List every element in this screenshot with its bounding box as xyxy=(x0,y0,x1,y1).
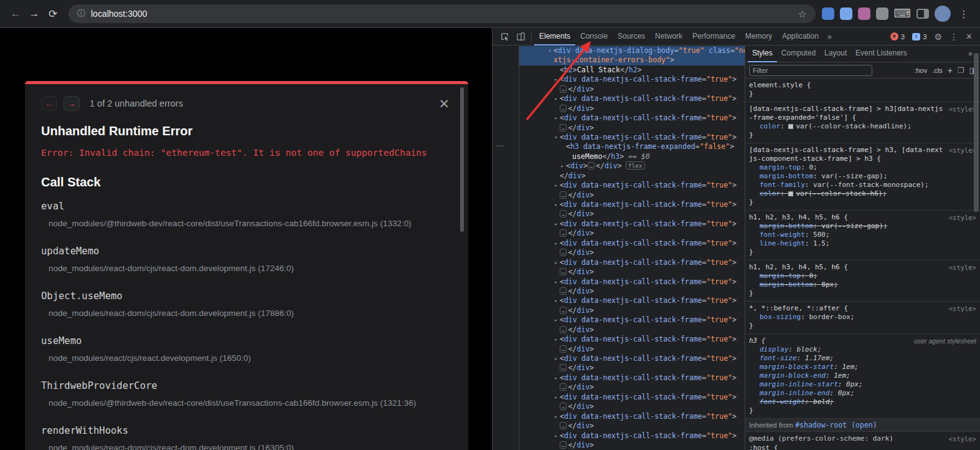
tab-memory[interactable]: Memory xyxy=(740,28,777,45)
rule-selector[interactable]: *, *::before, *::after { xyxy=(749,304,976,313)
close-overlay-button[interactable]: ✕ xyxy=(438,97,450,110)
rule-selector[interactable]: element.style { xyxy=(749,81,976,90)
stack-frame[interactable]: ThirdwebProviderCorenode_modules/@thirdw… xyxy=(41,380,450,409)
dom-node-f_cont[interactable]: …</div> xyxy=(519,104,745,113)
tab-application[interactable]: Application xyxy=(777,28,824,45)
dom-node-f_cont[interactable]: …</div> xyxy=(519,267,745,277)
dom-node-f_open[interactable]: ▸<div data-nextjs-call-stack-frame="true… xyxy=(519,354,745,363)
expand-arrow-closed-icon[interactable]: ▸ xyxy=(553,94,559,103)
inline-expand-button[interactable]: … xyxy=(560,229,567,237)
expand-arrow-closed-icon[interactable]: ▸ xyxy=(553,335,559,344)
inline-expand-button[interactable]: … xyxy=(560,191,567,199)
dom-node-f_cont[interactable]: …</div> xyxy=(519,363,745,373)
css-property[interactable]: font-family: var(--font-stack-monospace)… xyxy=(749,181,976,189)
devtools-menu-button[interactable]: ⋮ xyxy=(946,32,962,42)
expand-arrow-closed-icon[interactable]: ▸ xyxy=(553,412,559,421)
dom-node-f_open[interactable]: ▸<div data-nextjs-call-stack-frame="true… xyxy=(519,431,745,441)
expand-arrow-closed-icon[interactable]: ▸ xyxy=(553,239,559,248)
tab-console[interactable]: Console xyxy=(575,28,613,45)
dom-node-f_cont[interactable]: …</div> xyxy=(519,85,745,94)
css-property[interactable]: font-size: 1.17em; xyxy=(749,354,976,363)
inline-expand-button[interactable]: … xyxy=(588,162,595,170)
dom-node-f_open[interactable]: ▸<div data-nextjs-call-stack-frame="true… xyxy=(519,393,745,402)
dom-node-f_open[interactable]: ▸<div data-nextjs-call-stack-frame="true… xyxy=(519,335,745,344)
expand-arrow-open-icon[interactable]: ▾ xyxy=(547,46,553,55)
extension-icon-3[interactable] xyxy=(858,7,870,20)
dom-node-f_open[interactable]: ▸<div data-nextjs-call-stack-frame="true… xyxy=(519,239,745,248)
device-toolbar-button[interactable] xyxy=(512,29,529,45)
reload-button[interactable]: ⟳ xyxy=(44,4,62,23)
overlay-scrollbar[interactable] xyxy=(460,87,464,232)
dom-node-f_open[interactable]: ▸<div data-nextjs-call-stack-frame="true… xyxy=(519,277,745,287)
expand-arrow-closed-icon[interactable]: ▸ xyxy=(553,277,559,287)
extension-icon-1[interactable] xyxy=(822,7,834,20)
expand-arrow-closed-icon[interactable]: ▸ xyxy=(553,354,559,363)
stack-frame[interactable]: useMemonode_modules/react/cjs/react.deve… xyxy=(41,335,450,364)
sidebar-tab-styles[interactable]: Styles xyxy=(748,45,777,62)
element-classes-button[interactable]: .cls xyxy=(932,67,943,74)
rule-selector[interactable]: [data-nextjs-call-stack-frame] > h3[data… xyxy=(749,105,976,122)
tab-elements[interactable]: Elements xyxy=(534,28,575,45)
dom-node-f_open[interactable]: ▸<div data-nextjs-call-stack-frame="true… xyxy=(519,373,745,383)
dom-node-f_cont[interactable]: …</div> xyxy=(519,229,745,238)
dom-node-f_open[interactable]: ▸<div data-nextjs-call-stack-frame="true… xyxy=(519,75,745,84)
expand-arrow-closed-icon[interactable]: ▸ xyxy=(553,431,559,441)
dom-node-f_open[interactable]: ▸<div data-nextjs-call-stack-frame="true… xyxy=(519,219,745,229)
inline-expand-button[interactable]: … xyxy=(560,249,567,256)
css-property[interactable]: font-weight: 500; xyxy=(749,231,976,239)
inline-expand-button[interactable]: … xyxy=(560,383,567,391)
inline-expand-button[interactable]: … xyxy=(560,422,567,429)
dom-node-f_cont[interactable]: …</div> xyxy=(519,191,745,200)
tab-network[interactable]: Network xyxy=(650,28,687,45)
flex-badge[interactable]: flex xyxy=(626,161,645,170)
dom-node-sel_open_2[interactable]: xtjs-container-errors-body"> xyxy=(519,55,745,65)
inline-expand-button[interactable]: … xyxy=(560,268,567,275)
inline-expand-button[interactable]: … xyxy=(560,210,567,218)
shadow-root-link[interactable]: #shadow-root (open) xyxy=(795,421,877,429)
css-property[interactable]: margin-inline-start: 0px; xyxy=(749,380,976,389)
css-property[interactable]: color: var(--color-stack-h6); xyxy=(749,189,976,198)
inline-expand-button[interactable]: … xyxy=(560,124,567,132)
dom-node-h3_open[interactable]: <h3 data-nextjs-frame-expanded="false"> xyxy=(519,142,745,151)
expand-arrow-closed-icon[interactable]: ▸ xyxy=(553,113,559,123)
dom-node-f_open[interactable]: ▸<div data-nextjs-call-stack-frame="true… xyxy=(519,412,745,421)
inline-expand-button[interactable]: … xyxy=(560,345,567,353)
styles-filter-input[interactable] xyxy=(749,65,872,76)
color-swatch[interactable] xyxy=(788,191,793,196)
dom-node-f_cont[interactable]: …</div> xyxy=(519,248,745,257)
inspect-element-button[interactable] xyxy=(496,29,512,45)
sidebar-tab-layout[interactable]: Layout xyxy=(820,45,851,62)
expand-arrow-closed-icon[interactable]: ▸ xyxy=(559,161,565,171)
devtools-settings-button[interactable]: ⚙ xyxy=(931,32,946,42)
css-property[interactable]: box-sizing: border-box; xyxy=(749,313,976,322)
inline-expand-button[interactable]: … xyxy=(560,287,567,295)
tab-performance[interactable]: Performance xyxy=(687,28,740,45)
back-button[interactable]: ← xyxy=(6,4,25,23)
rule-selector[interactable]: :host { xyxy=(749,444,976,450)
rule-origin[interactable]: <style> xyxy=(949,263,976,272)
css-property[interactable]: margin-top: 0; xyxy=(749,163,976,172)
inline-expand-button[interactable]: … xyxy=(560,403,567,410)
dom-node-f_cont[interactable]: …</div> xyxy=(519,421,745,431)
expand-arrow-closed-icon[interactable]: ▸ xyxy=(553,200,559,209)
copy-styles-icon[interactable]: ❐ xyxy=(958,66,964,75)
expand-arrow-closed-icon[interactable]: ▸ xyxy=(553,373,559,383)
stack-frame[interactable]: updateMemonode_modules/react-dom/cjs/rea… xyxy=(41,245,450,274)
css-property[interactable]: margin-block-start: 1em; xyxy=(749,363,976,371)
dom-node-f_open_exp[interactable]: ▾<div data-nextjs-call-stack-frame="true… xyxy=(519,133,745,142)
dom-node-f_open[interactable]: ▸<div data-nextjs-call-stack-frame="true… xyxy=(519,296,745,305)
new-style-rule-button[interactable]: + xyxy=(948,65,953,75)
dom-node-inner_div[interactable]: ▸<div>…</div>flex xyxy=(519,161,745,171)
stack-frame[interactable]: Object.useMemonode_modules/react-dom/cjs… xyxy=(41,290,450,319)
expand-arrow-closed-icon[interactable]: ▸ xyxy=(553,75,559,84)
expand-arrow-closed-icon[interactable]: ▸ xyxy=(553,258,559,267)
css-property[interactable]: margin-block-end: 1em; xyxy=(749,371,976,380)
element-state-button[interactable]: :hov xyxy=(914,67,927,74)
next-error-button[interactable]: → xyxy=(64,96,80,111)
sidebar-tab-computed[interactable]: Computed xyxy=(777,45,820,62)
site-info-icon[interactable]: ⓘ xyxy=(77,8,85,19)
css-property[interactable]: display: block; xyxy=(749,345,976,354)
dom-node-f_cont[interactable]: …</div> xyxy=(519,383,745,392)
stack-frame[interactable]: evalnode_modules/@thirdweb-dev/react-cor… xyxy=(41,200,450,229)
dom-node-f_cont[interactable]: …</div> xyxy=(519,402,745,411)
